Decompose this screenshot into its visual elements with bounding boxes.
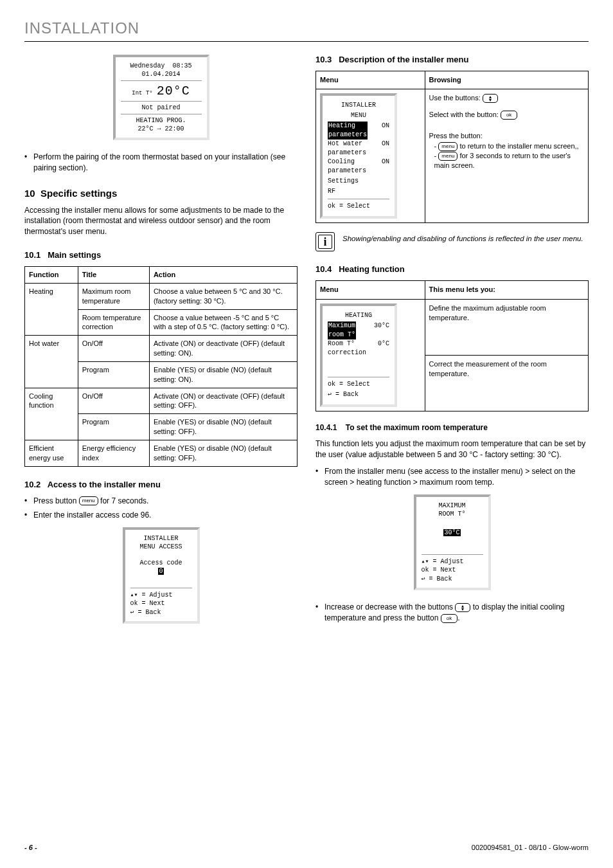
text: Increase or decrease with the buttons bbox=[324, 602, 455, 611]
lcd-int-label: Int T° bbox=[132, 90, 152, 96]
lcd-prog-value: 22°C → 22:00 bbox=[121, 125, 202, 132]
section-10-3-heading: 10.3 Description of the installer menu bbox=[315, 55, 589, 64]
step-increase-decrease: Increase or decrease with the buttons to… bbox=[324, 602, 589, 624]
section-10-4-title: Heating function bbox=[339, 264, 405, 274]
col-menu: Menu bbox=[316, 281, 425, 299]
lcd-value: 30°C bbox=[443, 529, 460, 536]
cell: Activate (ON) or deactivate (OFF) (defau… bbox=[149, 388, 297, 414]
lcd-hint: ▴▾ = Adjust bbox=[422, 557, 483, 565]
info-note: i Showing/enabling and disabling of func… bbox=[315, 232, 589, 251]
section-10-4-1-heading: 10.4.1 To set the maximum room temperatu… bbox=[315, 423, 589, 432]
section-10-3-num: 10.3 bbox=[315, 55, 332, 64]
cell: Define the maximum adjustable room tempe… bbox=[425, 299, 588, 355]
cell: Cooling function bbox=[25, 388, 78, 440]
section-10-4-heading: 10.4 Heating function bbox=[315, 264, 589, 274]
cell: Enable (YES) or disable (NO) (default se… bbox=[149, 414, 297, 440]
access-step-1: Press button menu for 7 seconds. bbox=[33, 496, 298, 507]
section-10-3-title: Description of the installer menu bbox=[339, 55, 468, 64]
section-10-4-1-intro: This function lets you adjust the maximu… bbox=[315, 439, 589, 460]
section-10-4-1-num: 10.4.1 bbox=[315, 423, 337, 432]
lcd-hint: ▴▾ = Adjust bbox=[130, 591, 192, 599]
lcd-val: ON bbox=[382, 140, 389, 158]
cell: Heating bbox=[25, 283, 78, 335]
lcd-installer-menu: INSTALLER MENU HeatingparametersON Hot w… bbox=[320, 93, 397, 219]
text: Select with the button: bbox=[429, 111, 499, 118]
lcd-item: RF bbox=[328, 187, 389, 196]
lcd-item: Coolingparameters bbox=[328, 158, 366, 176]
section-10-2-num: 10.2 bbox=[24, 480, 40, 489]
pairing-note: Perform the pairing of the room thermost… bbox=[33, 152, 298, 174]
lcd-val: ON bbox=[382, 122, 389, 140]
section-10-intro: Accessing the installer menu allows for … bbox=[24, 205, 298, 237]
info-icon: i bbox=[315, 232, 335, 251]
cell: On/Off bbox=[78, 336, 149, 362]
lcd-value: 0 bbox=[158, 568, 163, 575]
lcd-title: INSTALLER bbox=[130, 535, 192, 542]
col-menu: Menu bbox=[316, 71, 425, 89]
lcd-val: ON bbox=[382, 158, 389, 176]
section-10-4-1-title: To set the maximum room temperature bbox=[346, 423, 488, 432]
cell: Program bbox=[78, 414, 149, 440]
access-step-2: Enter the installer access code 96. bbox=[33, 510, 298, 521]
page-footer: - 6 - 0020094581_01 - 08/10 - Glow-worm bbox=[24, 844, 589, 851]
lcd-val: 30°C bbox=[374, 321, 389, 339]
lcd-title: INSTALLER bbox=[328, 101, 389, 110]
lcd-title: HEATING bbox=[328, 311, 389, 320]
section-10-4-num: 10.4 bbox=[315, 264, 332, 274]
cell: Enable (YES) or disable (NO) (default se… bbox=[149, 361, 297, 388]
cell: Energy efficiency index bbox=[78, 440, 149, 466]
text: . bbox=[458, 613, 459, 622]
lcd-val: 0°C bbox=[378, 339, 389, 357]
lcd-hint: ok = Select bbox=[328, 380, 389, 389]
ok-button-icon: ok bbox=[441, 614, 458, 623]
lcd-prog-label: HEATING PROG. bbox=[121, 117, 202, 124]
left-column: Wednesday 08:35 01.04.2014 Int T° 20°C N… bbox=[24, 55, 298, 635]
menu-button-icon: menu bbox=[438, 152, 458, 161]
text: Use the buttons: bbox=[429, 94, 481, 102]
lcd-hint: ↩ = Back bbox=[130, 608, 192, 616]
col-letsyou: This menu lets you: bbox=[425, 281, 588, 299]
text: to return to the installer menu screen,, bbox=[458, 142, 578, 150]
lcd-time: 08:35 bbox=[173, 62, 192, 69]
lcd-hint: ↩ = Back bbox=[422, 575, 483, 583]
page-header: INSTALLATION bbox=[24, 19, 589, 42]
lcd-max-room-temp: MAXIMUM ROOM T° 30°C ▴▾ = Adjust ok = Ne… bbox=[414, 494, 491, 590]
section-10-title: Specific settings bbox=[40, 188, 117, 199]
updown-button-icon bbox=[455, 603, 470, 612]
heating-menu-table: Menu This menu lets you: HEATING Maximum… bbox=[315, 280, 589, 411]
text: Press the button: bbox=[429, 131, 584, 141]
menu-button-icon: menu bbox=[79, 496, 98, 505]
lcd-date: 01.04.2014 bbox=[121, 71, 202, 78]
lcd-item: Heatingparameters bbox=[328, 122, 368, 140]
installer-menu-table: Menu Browsing INSTALLER MENU Heatingpara… bbox=[315, 71, 589, 223]
lcd-day: Wednesday bbox=[130, 62, 164, 69]
cell: Room temperature correction bbox=[78, 309, 149, 336]
section-10-2-heading: 10.2 Access to the installer menu bbox=[24, 480, 298, 489]
lcd-hint: ok = Next bbox=[130, 600, 192, 607]
section-10-2-title: Access to the installer menu bbox=[48, 480, 161, 489]
cell: Program bbox=[78, 361, 149, 388]
cell: Maximum room temperature bbox=[78, 283, 149, 309]
lcd-hint: ok = Next bbox=[422, 566, 483, 574]
section-10-1-heading: 10.1 Main settings bbox=[24, 250, 298, 260]
lcd-item: Hot waterparameters bbox=[328, 140, 366, 158]
col-function: Function bbox=[25, 266, 78, 283]
cell: Activate (ON) or deactivate (OFF) (defau… bbox=[149, 336, 297, 362]
lcd-label: Access code bbox=[130, 559, 192, 566]
section-10-1-title: Main settings bbox=[48, 250, 101, 260]
main-settings-table: Function Title Action Heating Maximum ro… bbox=[24, 266, 298, 467]
page-number: - 6 - bbox=[24, 844, 37, 851]
menu-button-icon: menu bbox=[438, 142, 458, 151]
lcd-heating-menu: HEATING Maximumroom T°30°C Room T°correc… bbox=[320, 303, 397, 407]
info-text: Showing/enabling and disabling of functi… bbox=[342, 232, 583, 244]
lcd-item: Maximumroom T° bbox=[328, 321, 356, 339]
lcd-title: MENU bbox=[328, 111, 389, 120]
section-10-heading: 10 Specific settings bbox=[24, 188, 298, 199]
updown-button-icon bbox=[483, 94, 498, 103]
section-10-num: 10 bbox=[24, 188, 35, 199]
cell: Choose a value between 5 °C and 30 °C. (… bbox=[149, 283, 297, 309]
right-column: 10.3 Description of the installer menu M… bbox=[315, 55, 589, 635]
cell: Choose a value between -5 °C and 5 °C wi… bbox=[149, 309, 297, 336]
lcd-hint: ↩ = Back bbox=[328, 390, 389, 399]
text: Press button bbox=[33, 496, 79, 505]
